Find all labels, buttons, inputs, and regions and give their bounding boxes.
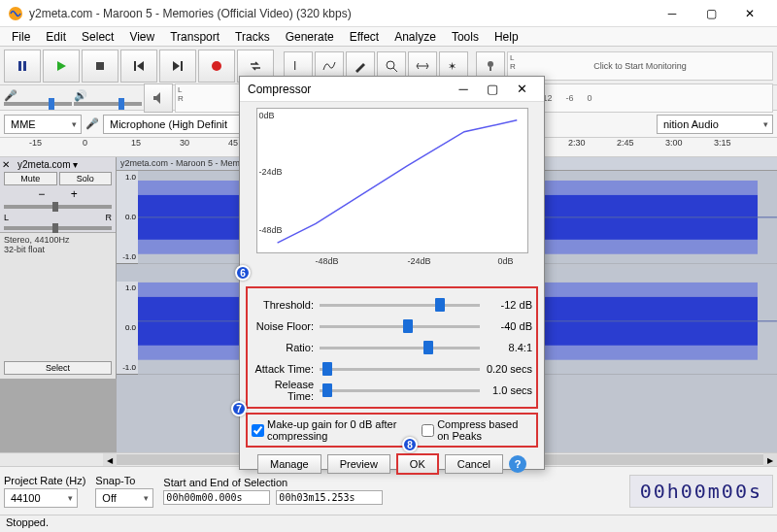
- selection-end-input[interactable]: [276, 490, 383, 505]
- svg-marker-8: [173, 61, 180, 71]
- menu-view[interactable]: View: [121, 28, 162, 46]
- pause-button[interactable]: [4, 50, 41, 83]
- snap-to-label: Snap-To: [95, 475, 153, 486]
- compress-peaks-checkbox[interactable]: Compress based on Peaks: [422, 418, 532, 442]
- menu-tools[interactable]: Tools: [444, 28, 487, 46]
- dialog-minimize-button[interactable]: ─: [449, 82, 478, 96]
- maximize-button[interactable]: ▢: [692, 0, 730, 27]
- menu-effect[interactable]: Effect: [342, 28, 387, 46]
- recording-device-combo[interactable]: Microphone (High Definit: [103, 115, 258, 134]
- project-rate-label: Project Rate (Hz): [4, 475, 85, 486]
- ok-button[interactable]: OK: [396, 453, 439, 475]
- recording-meter[interactable]: LR Click to Start Monitoring: [507, 51, 773, 81]
- makeup-gain-checkbox[interactable]: Make-up gain for 0 dB after compressing: [252, 418, 412, 442]
- time-display: 00h00m00s: [629, 475, 773, 508]
- menu-edit[interactable]: Edit: [38, 28, 74, 46]
- dialog-maximize-button[interactable]: ▢: [478, 82, 507, 96]
- selection-start-input[interactable]: [163, 490, 270, 505]
- track-close-icon[interactable]: ✕: [2, 159, 10, 170]
- play-meter-icon[interactable]: [144, 83, 173, 113]
- pan-slider[interactable]: [4, 226, 112, 230]
- window-title: y2meta.com - Maroon 5 - Memories (Offici…: [29, 7, 653, 20]
- noise-floor-slider[interactable]: [320, 325, 480, 328]
- svg-rect-5: [134, 61, 136, 71]
- dialog-close-button[interactable]: ✕: [507, 82, 536, 96]
- track-format-info: Stereo, 44100Hz 32-bit float: [0, 233, 116, 256]
- svg-rect-15: [490, 67, 491, 71]
- playback-volume-slider[interactable]: [74, 102, 142, 106]
- minimize-button[interactable]: ─: [653, 0, 692, 27]
- playback-device-combo[interactable]: nition Audio: [657, 115, 773, 134]
- menu-analyze[interactable]: Analyze: [387, 28, 444, 46]
- svg-point-11: [387, 61, 394, 69]
- ratio-slider[interactable]: [320, 347, 480, 349]
- snap-to-combo[interactable]: Off: [95, 488, 153, 508]
- annotation-badge-6: 6: [235, 265, 251, 281]
- annotation-badge-7: 7: [231, 401, 247, 416]
- svg-text:✶: ✶: [448, 60, 456, 72]
- meter-hint: Click to Start Monitoring: [593, 61, 687, 71]
- svg-rect-1: [18, 61, 21, 71]
- compressor-graph: 0dB -24dB -48dB -48dB -24dB 0dB: [256, 108, 528, 253]
- attack-time-slider[interactable]: [320, 368, 480, 371]
- app-icon: [8, 6, 23, 21]
- svg-marker-6: [137, 61, 144, 71]
- audio-host-combo[interactable]: MME: [4, 115, 82, 134]
- release-time-slider[interactable]: [320, 389, 480, 392]
- speaker-icon: 🔊: [74, 89, 87, 101]
- dialog-titlebar[interactable]: Compressor ─ ▢ ✕: [240, 77, 544, 102]
- menu-select[interactable]: Select: [74, 28, 121, 46]
- menu-transport[interactable]: Transport: [162, 28, 227, 46]
- dialog-button-row: Manage Preview OK Cancel ?: [240, 453, 544, 475]
- gain-slider[interactable]: [4, 205, 112, 209]
- play-button[interactable]: [43, 50, 80, 83]
- compressor-dialog: Compressor ─ ▢ ✕ 0dB -24dB -48dB -48dB -…: [239, 76, 545, 470]
- record-button[interactable]: [198, 50, 235, 83]
- status-text: Stopped.: [6, 516, 49, 528]
- scroll-right-arrow[interactable]: ▶: [763, 453, 777, 467]
- manage-button[interactable]: Manage: [257, 454, 321, 474]
- menu-help[interactable]: Help: [487, 28, 526, 46]
- cancel-button[interactable]: Cancel: [445, 454, 503, 474]
- menu-generate[interactable]: Generate: [278, 28, 342, 46]
- project-rate-combo[interactable]: 44100: [4, 488, 78, 508]
- help-icon[interactable]: ?: [509, 455, 526, 473]
- close-button[interactable]: ✕: [730, 0, 769, 27]
- skip-start-button[interactable]: [120, 50, 157, 83]
- transfer-curve: [257, 109, 527, 252]
- menu-file[interactable]: File: [4, 28, 38, 46]
- menu-tracks[interactable]: Tracks: [227, 28, 278, 46]
- annotation-badge-8: 8: [402, 437, 418, 452]
- slider-group: Threshold:-12 dB Noise Floor:-40 dB Rati…: [246, 286, 538, 409]
- selection-label: Start and End of Selection: [163, 477, 383, 488]
- checkbox-group: Make-up gain for 0 dB after compressing …: [246, 413, 538, 448]
- svg-rect-7: [181, 61, 183, 71]
- mute-button[interactable]: Mute: [4, 172, 57, 185]
- svg-point-9: [212, 61, 221, 71]
- svg-marker-3: [57, 61, 66, 71]
- scroll-left-arrow[interactable]: ◀: [103, 453, 117, 467]
- recording-volume-slider[interactable]: [4, 102, 72, 106]
- track-header[interactable]: ✕ y2meta.com ▾ Mute Solo − + LR: [0, 157, 116, 233]
- svg-text:I: I: [293, 59, 296, 73]
- preview-button[interactable]: Preview: [327, 454, 390, 474]
- threshold-slider[interactable]: [320, 304, 480, 307]
- svg-rect-4: [96, 62, 104, 70]
- mic-icon: 🎤: [4, 89, 17, 101]
- mic-icon: 🎤: [85, 117, 99, 130]
- svg-rect-2: [23, 61, 26, 71]
- solo-button[interactable]: Solo: [59, 172, 113, 185]
- stop-button[interactable]: [82, 50, 118, 83]
- dialog-title-text: Compressor: [248, 83, 449, 96]
- svg-point-14: [488, 61, 493, 67]
- svg-line-12: [393, 68, 397, 72]
- track-control-panel: ✕ y2meta.com ▾ Mute Solo − + LR Stereo, …: [0, 157, 117, 379]
- skip-end-button[interactable]: [159, 50, 196, 83]
- titlebar: y2meta.com - Maroon 5 - Memories (Offici…: [0, 0, 777, 27]
- statusbar: Stopped.: [0, 515, 777, 532]
- track-name: y2meta.com: [4, 159, 70, 170]
- menubar: File Edit Select View Transport Tracks G…: [0, 27, 777, 47]
- track-select-button[interactable]: Select: [4, 361, 112, 375]
